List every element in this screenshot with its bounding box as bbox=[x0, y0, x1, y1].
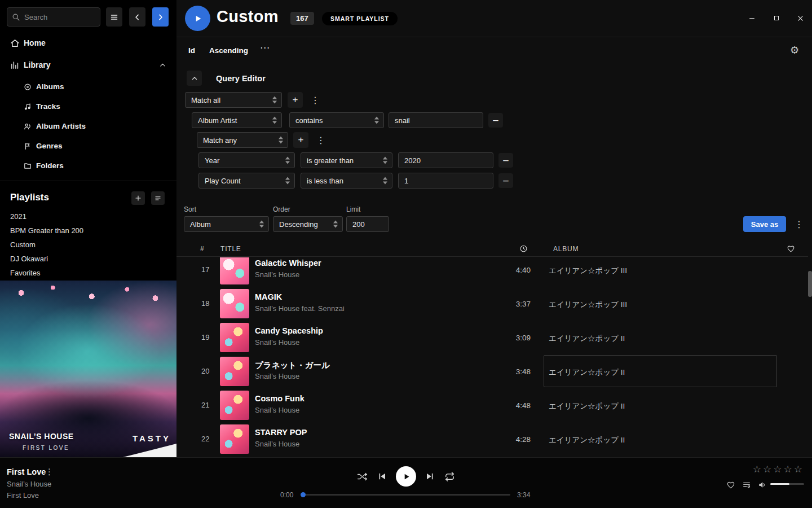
save-as-button[interactable]: Save as bbox=[743, 216, 786, 232]
sidebar-item-library[interactable]: Library bbox=[0, 57, 176, 73]
playlist-item[interactable]: 2021 bbox=[10, 209, 162, 224]
sidebar-item-label: Albums bbox=[36, 82, 64, 91]
column-index[interactable]: # bbox=[200, 245, 204, 253]
column-title[interactable]: TITLE bbox=[220, 245, 241, 253]
queue-icon[interactable] bbox=[742, 480, 751, 489]
previous-button[interactable] bbox=[377, 471, 387, 481]
remove-rule-button[interactable]: – bbox=[498, 153, 513, 168]
add-rule-button[interactable]: + bbox=[288, 92, 303, 108]
track-album[interactable]: エイリアン☆ポップ III bbox=[549, 266, 627, 276]
table-row[interactable]: 17 Galactic Whisper Snail’s House 4:40 エ… bbox=[176, 257, 808, 287]
sidebar-item-album-artists[interactable]: Album Artists bbox=[0, 116, 176, 136]
query-menu-icon[interactable]: ⋮ bbox=[795, 216, 804, 232]
track-artist: Snail’s House bbox=[255, 338, 299, 347]
volume-icon[interactable] bbox=[758, 480, 767, 489]
table-row[interactable]: 22 STARRY POP Snail’s House 4:28 エイリアン☆ポ… bbox=[176, 422, 808, 456]
remove-rule-button[interactable]: – bbox=[488, 113, 503, 128]
track-album[interactable]: エイリアン☆ポップ II bbox=[549, 435, 625, 445]
chevron-up-icon[interactable] bbox=[159, 62, 166, 69]
rule-operator-select[interactable]: contains bbox=[289, 112, 384, 128]
minimize-button[interactable] bbox=[747, 12, 757, 24]
search-box[interactable] bbox=[7, 7, 100, 27]
track-menu-icon[interactable]: ⋮ bbox=[45, 467, 54, 477]
shuffle-button[interactable] bbox=[357, 471, 368, 482]
rule-operator-select[interactable]: is less than bbox=[301, 173, 392, 189]
sidebar-item-home[interactable]: Home bbox=[0, 35, 176, 51]
rule-value-input[interactable] bbox=[398, 152, 493, 168]
playlist-item[interactable]: Favorites bbox=[10, 266, 162, 280]
add-playlist-button[interactable] bbox=[131, 191, 145, 205]
rule-field-select[interactable]: Play Count bbox=[198, 173, 295, 189]
scrollbar-thumb[interactable] bbox=[808, 271, 812, 297]
table-row[interactable]: 19 Candy Spaceship Snail’s House 3:09 エイ… bbox=[176, 321, 808, 354]
limit-input[interactable] bbox=[346, 216, 389, 232]
play-icon bbox=[402, 472, 411, 481]
more-options-icon[interactable]: ⋯ bbox=[260, 42, 270, 54]
rule-operator-select[interactable]: is greater than bbox=[301, 152, 392, 168]
playlist-item[interactable]: BPM Greater than 200 bbox=[10, 224, 162, 238]
playlist-options-button[interactable] bbox=[151, 191, 165, 205]
track-album[interactable]: エイリアン☆ポップ II bbox=[549, 334, 625, 344]
repeat-button[interactable] bbox=[444, 471, 455, 482]
duration-clock-icon[interactable] bbox=[519, 244, 528, 253]
table-header: # TITLE ALBUM bbox=[176, 242, 808, 257]
query-editor-collapse-button[interactable] bbox=[187, 71, 202, 86]
order-select[interactable]: Descending bbox=[273, 216, 343, 232]
table-row[interactable]: 20 プラネット・ガール Snail’s House 3:48 エイリアン☆ポッ… bbox=[176, 354, 808, 388]
nav-forward-button[interactable] bbox=[152, 7, 169, 27]
sidebar-item-folders[interactable]: Folders bbox=[0, 156, 176, 176]
rule-field-select[interactable]: Year bbox=[198, 152, 295, 168]
table-row[interactable]: 18 MAGIK Snail’s House feat. Sennzai 3:3… bbox=[176, 287, 808, 321]
favorite-heart-icon[interactable] bbox=[726, 480, 735, 489]
sort-order-button[interactable]: Ascending bbox=[209, 46, 248, 55]
column-album[interactable]: ALBUM bbox=[553, 245, 579, 253]
seek-handle[interactable] bbox=[301, 492, 306, 497]
sort-select[interactable]: Album bbox=[184, 216, 269, 232]
spinner-arrows-icon bbox=[383, 157, 387, 164]
track-album[interactable]: エイリアン☆ポップ II bbox=[549, 401, 625, 411]
close-button[interactable] bbox=[796, 12, 805, 24]
settings-gear-icon[interactable]: ⚙ bbox=[790, 44, 799, 56]
track-number: 21 bbox=[201, 401, 209, 409]
add-rule-button[interactable]: + bbox=[293, 132, 308, 148]
chevron-up-icon bbox=[191, 75, 198, 82]
next-button[interactable] bbox=[425, 471, 435, 481]
match-mode-select[interactable]: Match any bbox=[197, 132, 288, 148]
window-controls bbox=[747, 12, 805, 24]
rule-value-input[interactable] bbox=[389, 112, 483, 128]
play-playlist-button[interactable] bbox=[185, 6, 210, 31]
rule-value-input[interactable] bbox=[398, 173, 493, 189]
seek-bar[interactable] bbox=[302, 494, 510, 496]
limit-label: Limit bbox=[346, 205, 360, 213]
spinner-arrows-icon bbox=[272, 97, 277, 104]
table-row[interactable]: 21 Cosmo Funk Snail’s House 4:48 エイリアン☆ポ… bbox=[176, 388, 808, 422]
favorite-heart-icon[interactable] bbox=[787, 244, 795, 253]
select-value: Match any bbox=[203, 136, 237, 144]
sort-field-button[interactable]: Id bbox=[188, 46, 195, 55]
spinner-arrows-icon bbox=[383, 177, 387, 185]
menu-button[interactable] bbox=[106, 7, 122, 27]
sidebar-item-tracks[interactable]: Tracks bbox=[0, 97, 176, 116]
match-mode-select[interactable]: Match all bbox=[185, 92, 282, 108]
playlist-item[interactable]: Custom bbox=[10, 238, 162, 252]
play-pause-button[interactable] bbox=[396, 466, 416, 487]
spinner-arrows-icon bbox=[285, 157, 290, 164]
volume-slider[interactable] bbox=[770, 483, 804, 485]
track-album[interactable]: エイリアン☆ポップ II bbox=[549, 367, 625, 378]
playlist-item[interactable]: DJ Okawari bbox=[10, 252, 162, 266]
playlist-label: BPM Greater than 200 bbox=[10, 226, 83, 235]
sidebar-item-albums[interactable]: Albums bbox=[0, 77, 176, 97]
now-playing-artist: Snail’s House bbox=[7, 480, 51, 488]
track-album[interactable]: エイリアン☆ポップ III bbox=[549, 300, 627, 310]
track-duration: 4:28 bbox=[481, 435, 531, 444]
group-menu-icon[interactable]: ⋮ bbox=[311, 92, 320, 108]
rule-field-select[interactable]: Album Artist bbox=[192, 112, 282, 128]
now-playing-artwork[interactable]: SNAIL’S HOUSE FIRST LOVE TASTY bbox=[0, 281, 176, 457]
maximize-button[interactable] bbox=[771, 12, 781, 24]
search-input[interactable] bbox=[24, 13, 86, 21]
sidebar-item-genres[interactable]: Genres bbox=[0, 136, 176, 156]
rating-stars[interactable]: ☆☆☆☆☆ bbox=[753, 463, 804, 475]
remove-rule-button[interactable]: – bbox=[498, 173, 513, 188]
nav-back-button[interactable] bbox=[129, 7, 145, 27]
group-menu-icon[interactable]: ⋮ bbox=[316, 132, 325, 148]
